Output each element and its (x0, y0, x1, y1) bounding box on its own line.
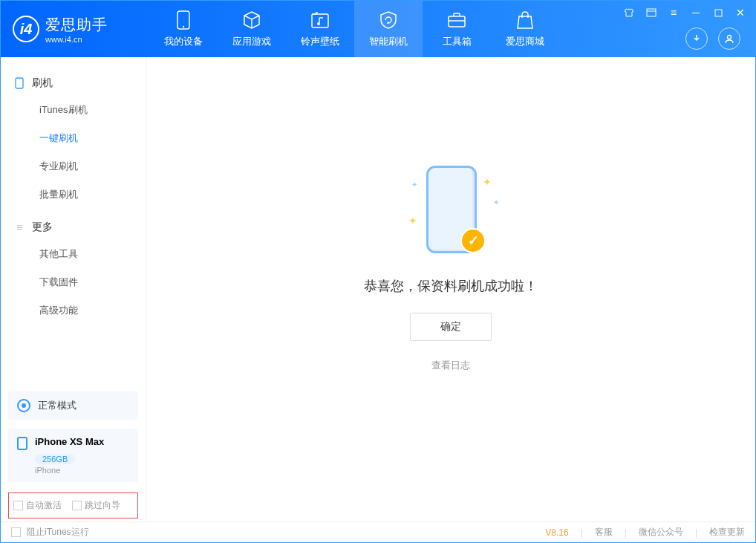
svg-point-3 (317, 22, 320, 25)
device-info-card[interactable]: iPhone XS Max 256GB iPhone (8, 429, 138, 482)
logo-section: i4 爱思助手 www.i4.cn (1, 15, 149, 44)
device-icon (173, 10, 194, 30)
download-button[interactable] (685, 27, 708, 50)
sparkle-icon: ✦ (411, 181, 417, 189)
nav-tab-ringtone[interactable]: 铃声壁纸 (286, 1, 354, 57)
account-icons (685, 27, 740, 50)
logo-icon: i4 (13, 16, 39, 42)
user-button[interactable] (718, 27, 740, 50)
sidebar-item-advanced[interactable]: 高级功能 (1, 296, 146, 325)
close-icon[interactable]: ✕ (734, 7, 746, 19)
nav-tabs: 我的设备 应用游戏 铃声壁纸 智能刷机 工具箱 爱思商城 (149, 1, 559, 57)
maximize-icon[interactable] (712, 7, 724, 19)
device-name: iPhone XS Max (35, 436, 104, 447)
nav-tab-store[interactable]: 爱思商城 (491, 1, 559, 57)
svg-rect-7 (715, 10, 722, 16)
checkbox-row: 自动激活 跳过向导 (8, 492, 138, 518)
nav-tab-toolbox[interactable]: 工具箱 (423, 1, 491, 57)
sparkle-icon: ✦ (493, 198, 499, 207)
shirt-icon[interactable] (623, 7, 635, 19)
checkmark-badge: ✓ (460, 228, 486, 253)
sidebar-section-more: ≡ 更多 (1, 215, 146, 240)
storage-badge: 256GB (35, 454, 75, 464)
sidebar-item-itunes-flash[interactable]: iTunes刷机 (1, 96, 146, 124)
svg-point-8 (728, 36, 731, 39)
nav-label: 应用游戏 (232, 35, 271, 48)
section-title: 刷机 (32, 77, 53, 90)
ok-button[interactable]: 确定 (410, 313, 492, 341)
title-bar: i4 爱思助手 www.i4.cn 我的设备 应用游戏 铃声壁纸 智能刷机 工具… (1, 1, 755, 57)
sidebar-item-pro-flash[interactable]: 专业刷机 (1, 152, 146, 181)
nav-label: 工具箱 (443, 35, 472, 48)
device-type: iPhone (35, 466, 129, 475)
nav-label: 我的设备 (164, 35, 203, 48)
sparkle-icon: ✦ (483, 176, 492, 188)
toolbox-icon (446, 10, 467, 30)
version-label: V8.16 (545, 527, 568, 538)
status-bar: 阻止iTunes运行 V8.16 | 客服 | 微信公众号 | 检查更新 (1, 521, 755, 542)
sidebar-item-download-firmware[interactable]: 下载固件 (1, 268, 146, 296)
skip-guide-checkbox[interactable]: 跳过向导 (72, 499, 120, 512)
svg-rect-2 (312, 14, 328, 27)
sidebar-item-other-tools[interactable]: 其他工具 (1, 240, 146, 268)
auto-activate-checkbox[interactable]: 自动激活 (13, 499, 62, 512)
nav-tab-flash[interactable]: 智能刷机 (354, 1, 423, 57)
block-itunes-checkbox[interactable]: 阻止iTunes运行 (11, 526, 89, 539)
sidebar: 刷机 iTunes刷机 一键刷机 专业刷机 批量刷机 ≡ 更多 其他工具 下载固… (1, 57, 146, 521)
svg-rect-4 (449, 16, 465, 27)
nav-label: 智能刷机 (369, 35, 408, 48)
menu-icon[interactable] (645, 7, 657, 19)
phone-outline-icon (17, 437, 27, 450)
sidebar-section-flash: 刷机 (1, 71, 146, 96)
list-icon: ≡ (14, 222, 25, 233)
update-link[interactable]: 检查更新 (709, 526, 745, 539)
window-controls: ≡ ─ ✕ (623, 7, 746, 19)
wechat-link[interactable]: 微信公众号 (639, 526, 683, 539)
section-title: 更多 (32, 221, 53, 234)
nav-label: 爱思商城 (506, 35, 544, 48)
nav-label: 铃声壁纸 (301, 35, 339, 48)
svg-rect-9 (16, 78, 23, 88)
success-illustration: ✦ ✦ ✦ ✦ ✓ (403, 163, 499, 259)
brand-url: www.i4.cn (45, 35, 108, 44)
svg-point-1 (183, 26, 184, 27)
sidebar-item-batch-flash[interactable]: 批量刷机 (1, 181, 146, 209)
bag-icon (515, 10, 535, 30)
cube-icon (241, 10, 262, 30)
nav-tab-device[interactable]: 我的设备 (149, 1, 218, 57)
nav-tab-apps[interactable]: 应用游戏 (218, 1, 286, 57)
mode-icon (17, 399, 30, 412)
list-icon[interactable]: ≡ (668, 7, 680, 19)
view-log-link[interactable]: 查看日志 (431, 359, 470, 372)
main-content: ✦ ✦ ✦ ✦ ✓ 恭喜您，保资料刷机成功啦！ 确定 查看日志 (146, 57, 755, 521)
device-mode-label: 正常模式 (38, 399, 76, 412)
success-message: 恭喜您，保资料刷机成功啦！ (364, 277, 538, 295)
sparkle-icon: ✦ (408, 215, 417, 227)
minimize-icon[interactable]: ─ (690, 7, 702, 19)
svg-rect-5 (647, 9, 656, 16)
music-folder-icon (310, 10, 330, 30)
support-link[interactable]: 客服 (595, 526, 613, 539)
sidebar-item-oneclick-flash[interactable]: 一键刷机 (1, 124, 146, 152)
phone-icon (14, 78, 25, 88)
shield-sync-icon (378, 10, 399, 30)
device-mode-card[interactable]: 正常模式 (8, 391, 138, 420)
brand-name: 爱思助手 (45, 15, 108, 35)
